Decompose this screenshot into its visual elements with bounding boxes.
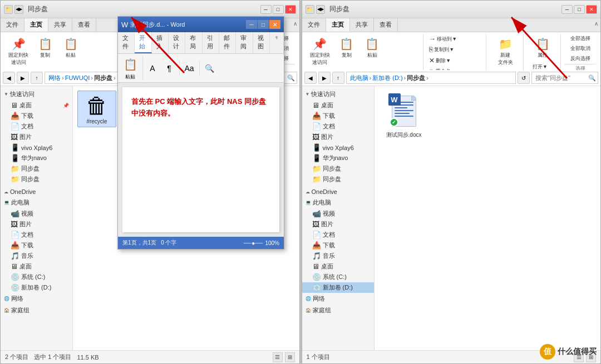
homegroup-header-left[interactable]: 🏠 家庭组	[1, 305, 72, 316]
tab-home-right[interactable]: 主页	[326, 18, 350, 32]
copy-button-left[interactable]: 📋 复制	[33, 34, 57, 61]
properties-button-right[interactable]: 📋 属性	[530, 34, 555, 61]
word-tab-insert[interactable]: 插入	[152, 32, 169, 53]
word-doc-item[interactable]: W ✓ 测试同步.docx	[379, 91, 429, 142]
sidebar-doc-right[interactable]: 📄 文档	[302, 230, 374, 240]
word-minimize[interactable]: ─	[246, 20, 257, 29]
sidebar-downloads-right[interactable]: 📥 下载	[302, 111, 374, 121]
tab-file-left[interactable]: 文件	[1, 18, 24, 32]
quick-access-header-right[interactable]: ▼ 快速访问	[302, 88, 374, 100]
pin-button-left[interactable]: 📌 固定到快速访问	[5, 34, 32, 68]
word-font-btn[interactable]: A	[145, 61, 160, 76]
network-header-left[interactable]: 🌐 网络	[1, 293, 72, 305]
sidebar-syncbox-right[interactable]: 📁 同步盘	[302, 163, 374, 174]
sidebar-d-right[interactable]: 💿 新加卷 (D:)	[302, 282, 374, 293]
thispc-header-right[interactable]: 💻 此电脑	[302, 197, 374, 208]
sidebar-doc-left[interactable]: 📄 文档	[1, 230, 72, 240]
ribbon-collapse-right[interactable]: ∧	[592, 18, 600, 32]
sidebar-syncbox2-right[interactable]: 📁 同步盘	[302, 174, 374, 185]
word-zoom-slider[interactable]: ──●──	[244, 240, 263, 246]
right-close-button[interactable]: ✕	[586, 5, 597, 14]
tab-share-right[interactable]: 共享	[350, 18, 374, 32]
copyto-button-right[interactable]: ⎘ 复制到▼	[427, 44, 459, 54]
word-tab-layout[interactable]: 布局	[185, 32, 202, 53]
tab-share-left[interactable]: 共享	[48, 18, 72, 32]
sidebar-huawei-right[interactable]: 📱 华为navo	[302, 153, 374, 163]
onedrive-header-left[interactable]: ☁ OneDrive	[1, 187, 72, 197]
sidebar-pictures-left[interactable]: 🖼 图片	[1, 132, 72, 142]
up-button-left[interactable]: ↑	[31, 72, 43, 84]
path-network[interactable]: 网络	[48, 74, 61, 82]
path-thispc[interactable]: 此电脑	[350, 74, 368, 82]
new-folder-button-right[interactable]: 📁 新建文件夹	[493, 34, 518, 68]
path-fuwuqi[interactable]: FUWUQI	[65, 74, 90, 81]
word-tab-file[interactable]: 文件	[118, 32, 135, 53]
sidebar-video-left[interactable]: 📹 视频	[1, 208, 72, 219]
maximize-button[interactable]: □	[273, 5, 284, 14]
network-header-right[interactable]: 🌐 网络	[302, 293, 374, 305]
right-minimize-button[interactable]: ─	[561, 5, 573, 14]
sidebar-syncbox2-left[interactable]: 📁 同步盘	[1, 174, 72, 185]
sidebar-desk-right[interactable]: 🖥 桌面	[302, 261, 374, 272]
sidebar-desktop-left[interactable]: 🖥 桌面 📌	[1, 100, 72, 111]
word-tab-design[interactable]: 设计	[169, 32, 185, 53]
word-search-btn[interactable]: 🔍	[201, 61, 217, 76]
word-styles-btn[interactable]: Aa	[181, 61, 197, 76]
right-maximize-button[interactable]: □	[574, 5, 585, 14]
word-tab-ref[interactable]: 引用	[203, 32, 219, 53]
forward-button-right[interactable]: ▶	[318, 72, 331, 84]
ribbon-collapse-left[interactable]: ∧	[291, 18, 299, 32]
left-list-view[interactable]: ☰	[273, 352, 283, 362]
pin-button-right[interactable]: 📌 固定到快速访问	[307, 34, 333, 68]
sidebar-vivo-right[interactable]: 📱 vivo Xplay6	[302, 142, 374, 153]
word-tab-view[interactable]: 视图	[253, 32, 270, 53]
word-tab-home[interactable]: 开始	[135, 32, 151, 53]
sidebar-pic-right[interactable]: 🖼 图片	[302, 219, 374, 230]
word-page[interactable]: 首先在 PC 端输入文字，此时 NAS 同步盘中没有内容。	[122, 87, 279, 232]
sidebar-c-left[interactable]: 💿 系统 (C:)	[1, 272, 72, 282]
word-tab-help[interactable]: ♀	[270, 32, 284, 53]
back-button-right[interactable]: ◀	[304, 72, 317, 84]
sidebar-c-right[interactable]: 💿 系统 (C:)	[302, 272, 374, 282]
up-button-right[interactable]: ↑	[332, 72, 344, 84]
tab-view-right[interactable]: 查看	[374, 18, 398, 32]
sidebar-dl-right[interactable]: 📥 下载	[302, 240, 374, 251]
path-d-drive[interactable]: 新加卷 (D:)	[372, 74, 402, 82]
minimize-button[interactable]: ─	[260, 5, 272, 14]
sidebar-docs-left[interactable]: 📄 文档	[1, 121, 72, 132]
sidebar-vivo-left[interactable]: 📱 vivo Xplay6	[1, 142, 72, 153]
paste-button-left[interactable]: 📋 粘贴	[58, 34, 83, 61]
sidebar-pictures-right[interactable]: 🖼 图片	[302, 132, 374, 142]
close-button[interactable]: ✕	[285, 5, 296, 14]
sidebar-desk-left[interactable]: 🖥 桌面	[1, 261, 72, 272]
word-close[interactable]: ✕	[269, 20, 280, 29]
moveto-button-right[interactable]: → 移动到▼	[427, 34, 459, 44]
tab-file-right[interactable]: 文件	[302, 18, 326, 32]
thispc-header-left[interactable]: 💻 此电脑	[1, 197, 72, 208]
left-grid-view[interactable]: ⊞	[285, 352, 295, 362]
sidebar-desktop-right[interactable]: 🖥 桌面	[302, 100, 374, 111]
word-maximize[interactable]: □	[258, 20, 269, 29]
word-tab-review[interactable]: 审阅	[236, 32, 253, 53]
forward-button-left[interactable]: ▶	[17, 72, 29, 84]
sidebar-d-left[interactable]: 💿 新加卷 (D:)	[1, 282, 72, 293]
select-none-button-right[interactable]: 全部取消	[568, 44, 593, 53]
sidebar-syncbox1-left[interactable]: 📁 同步盘	[1, 163, 72, 174]
recycle-bin-item[interactable]: 🗑 #recycle	[77, 91, 116, 127]
address-path-right[interactable]: 此电脑 › 新加卷 (D:) › 同步盘 ›	[346, 72, 516, 84]
select-all-button-right[interactable]: 全部选择	[568, 34, 593, 43]
sidebar-pic-left[interactable]: 🖼 图片	[1, 219, 72, 230]
sidebar-video-right[interactable]: 📹 视频	[302, 208, 374, 219]
rename-button-right[interactable]: ✏ 重命名	[427, 66, 453, 70]
sidebar-dl-left[interactable]: 📥 下载	[1, 240, 72, 251]
invert-button-right[interactable]: 反向选择	[568, 54, 593, 63]
open-button-right[interactable]: 打开▼	[530, 62, 555, 70]
back-button-left[interactable]: ◀	[3, 72, 15, 84]
delete-button-right[interactable]: ✕ 删除▼	[427, 56, 453, 66]
tab-home-left[interactable]: 主页	[24, 18, 48, 32]
sidebar-docs-right[interactable]: 📄 文档	[302, 121, 374, 132]
copy-button-right[interactable]: 📋 复制	[334, 34, 359, 61]
refresh-button-right[interactable]: ↺	[518, 72, 530, 84]
word-paste-btn[interactable]: 📋 粘贴	[120, 56, 140, 81]
tab-view-left[interactable]: 查看	[72, 18, 96, 32]
